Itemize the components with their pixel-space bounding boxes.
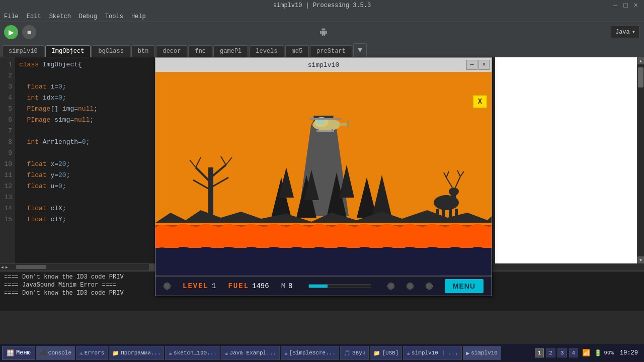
sketch-label: sketch_190... xyxy=(174,350,217,356)
minimize-button[interactable]: — xyxy=(611,2,619,10)
maximize-button[interactable]: □ xyxy=(621,2,629,10)
tab-fnc[interactable]: fnc xyxy=(188,45,212,57)
status-dot-4 xyxy=(426,283,433,290)
bottom-scrollbar[interactable]: ◀ ▶ xyxy=(0,263,156,270)
level-display: LEVEL 1 xyxy=(183,282,216,290)
game-window: simplv10 — × X xyxy=(155,57,492,296)
level-value: 1 xyxy=(212,282,216,290)
fuel-label: FUEL xyxy=(228,282,249,290)
code-panel: 12345 678910 1112131415 class ImgObject{… xyxy=(0,57,156,263)
battery-icon: 🔋 xyxy=(594,349,602,357)
game-menu-button[interactable]: MENU xyxy=(445,279,484,293)
taskbar-console[interactable]: ⬛ Console xyxy=(36,346,75,360)
toolbar: ▶ ■ Java ▾ xyxy=(0,22,644,42)
x-close-button[interactable]: X xyxy=(472,95,488,109)
start-menu-button[interactable]: 🪟 Меню xyxy=(2,346,35,360)
page-4[interactable]: 4 xyxy=(569,348,579,357)
menu-edit[interactable]: Edit xyxy=(27,13,41,20)
start-icon: 🪟 xyxy=(7,349,14,357)
simplv10-ide-icon: ☕ xyxy=(407,350,410,356)
scroll-right-button[interactable]: ▶ xyxy=(5,265,9,269)
page-3[interactable]: 3 xyxy=(557,348,567,357)
scroll-down-button[interactable]: ▼ xyxy=(637,256,645,263)
taskbar-errors[interactable]: ⚠ Errors xyxy=(76,346,108,360)
scroll-left-button[interactable]: ◀ xyxy=(0,265,5,269)
simplescre-label: [SimpleScre... xyxy=(289,350,336,356)
m-value: 8 xyxy=(288,282,292,290)
status-dot-2 xyxy=(387,283,394,290)
taskbar-simplv10-run[interactable]: ▶ simplv10 xyxy=(463,346,501,360)
game-titlebar: simplv10 — × xyxy=(155,58,492,72)
svg-line-15 xyxy=(193,180,211,190)
battery-percent: 99% xyxy=(604,350,614,356)
game-titlebar-controls: — × xyxy=(466,60,490,70)
taskbar-sound[interactable]: 🎵 Звук xyxy=(340,346,369,360)
tab-decor[interactable]: decor xyxy=(156,45,187,57)
menu-bar: File Edit Sketch Debug Tools Help xyxy=(0,11,644,22)
tab-imgobject[interactable]: ImgObject xyxy=(45,45,91,57)
stop-button[interactable]: ■ xyxy=(22,25,36,39)
menu-sketch[interactable]: Sketch xyxy=(49,13,71,20)
game-close-button[interactable]: × xyxy=(478,60,490,70)
scroll-up-button[interactable]: ▲ xyxy=(637,57,645,64)
code-content[interactable]: class ImgObject{ float i=0; int idx=0; P… xyxy=(15,57,156,263)
sketch-icon: ☕ xyxy=(169,350,172,356)
svg-line-33 xyxy=(444,172,446,177)
main-area: 12345 678910 1112131415 class ImgObject{… xyxy=(0,57,644,263)
fuel-bar xyxy=(308,284,371,288)
taskbar-sketch[interactable]: ☕ sketch_190... xyxy=(165,346,220,360)
svg-rect-7 xyxy=(317,129,319,132)
close-button[interactable]: × xyxy=(632,2,640,10)
title-bar-controls: — □ × xyxy=(611,2,640,10)
svg-line-17 xyxy=(190,160,196,167)
svg-rect-6 xyxy=(316,130,334,132)
usb-label: [USB] xyxy=(382,350,398,356)
sound-icon: 🎵 xyxy=(344,350,351,356)
run-button[interactable]: ▶ xyxy=(4,25,18,39)
taskbar-programs[interactable]: 📁 Программи... xyxy=(109,346,164,360)
page-1[interactable]: 1 xyxy=(535,348,544,357)
tab-md5[interactable]: md5 xyxy=(285,45,309,57)
tab-prestart[interactable]: preStart xyxy=(310,45,352,57)
start-label: Меню xyxy=(16,349,31,356)
errors-label: Errors xyxy=(85,350,105,356)
fuel-value: 1496 xyxy=(252,282,269,290)
simplescre-icon: ☕ xyxy=(284,350,288,356)
taskbar-simplescre[interactable]: ☕ [SimpleScre... xyxy=(281,346,339,360)
taskbar-usb[interactable]: 📁 [USB] xyxy=(370,346,402,360)
menu-file[interactable]: File xyxy=(4,13,19,20)
svg-rect-2 xyxy=(347,120,349,128)
m-label: M xyxy=(281,282,285,290)
taskbar-java-example[interactable]: ☕ Java Exampl... xyxy=(221,346,280,360)
bottom-scroll-thumb[interactable] xyxy=(16,265,46,269)
errors-icon: ⚠ xyxy=(79,350,83,356)
taskbar-simplv10-ide[interactable]: ☕ simplv10 | ... xyxy=(403,346,461,360)
level-label: LEVEL xyxy=(183,282,209,290)
usb-icon: 📁 xyxy=(373,350,380,356)
tab-btn[interactable]: btn xyxy=(131,45,155,57)
java-example-label: Java Exampl... xyxy=(230,350,276,356)
scroll-thumb[interactable] xyxy=(638,67,643,87)
far-right-scrollbar[interactable]: ▲ ▼ xyxy=(637,57,644,263)
tab-levels[interactable]: levels xyxy=(249,45,284,57)
helicopter xyxy=(304,107,349,137)
tab-bgclass[interactable]: bgClass xyxy=(92,45,130,57)
svg-line-36 xyxy=(457,170,460,176)
clock: 19:29 xyxy=(616,349,642,356)
window-title: simplv10 | Processing 3.5.3 xyxy=(273,2,371,9)
tab-simplv10[interactable]: simplv10 xyxy=(2,45,44,57)
tabs-more-button[interactable]: ▼ xyxy=(353,43,367,57)
console-icon: ⬛ xyxy=(40,350,47,356)
java-mode-selector[interactable]: Java ▾ xyxy=(611,26,640,38)
sound-label: Звук xyxy=(352,350,365,356)
page-2[interactable]: 2 xyxy=(546,348,555,357)
tab-gamepl[interactable]: gamePl xyxy=(213,45,248,57)
menu-debug[interactable]: Debug xyxy=(79,13,97,20)
svg-line-20 xyxy=(226,157,232,165)
menu-tools[interactable]: Tools xyxy=(105,13,123,20)
svg-line-16 xyxy=(211,177,228,188)
menu-help[interactable]: Help xyxy=(131,13,146,20)
fuel-display: FUEL 1496 xyxy=(228,282,269,290)
game-minimize-button[interactable]: — xyxy=(466,60,477,70)
status-dot-3 xyxy=(407,283,414,290)
